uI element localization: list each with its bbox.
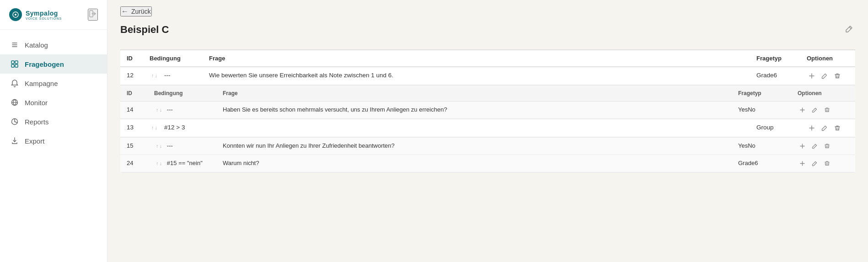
page-header: Beispiel C — [120, 23, 855, 42]
sidebar-item-kampagne[interactable]: Kampagne — [0, 74, 107, 93]
sidebar-nav: Katalog Fragebogen Kampagne — [0, 30, 107, 262]
sidebar-item-reports[interactable]: Reports — [0, 112, 107, 131]
edit-page-button[interactable] — [843, 23, 855, 37]
delete-button[interactable] — [832, 72, 842, 80]
logo-text: Sympalog VOICE SOLUTIONS — [26, 10, 62, 20]
sort-arrows[interactable]: ↑ ↓ — [151, 125, 157, 130]
table-row: 12 ↑ ↓ --- Wie bewerten Sie unsere Errei… — [120, 67, 855, 85]
sidebar-item-monitor[interactable]: Monitor — [0, 93, 107, 112]
row-condition: ↑ ↓ #12 > 3 — [143, 119, 203, 137]
delete-button[interactable] — [832, 124, 842, 132]
sub-table-header-row: ID Bedingung Frage Fragetyp Optionen — [120, 86, 855, 102]
edit-button[interactable] — [810, 160, 820, 167]
back-label: Zurück — [131, 8, 151, 15]
logo-icon — [9, 8, 22, 21]
sort-down[interactable]: ↓ — [160, 143, 162, 149]
sidebar-item-katalog-label: Katalog — [25, 41, 48, 49]
row-condition: ↑ ↓ --- — [143, 67, 203, 85]
sub-row-actions — [791, 102, 855, 119]
sort-up[interactable]: ↑ — [151, 73, 154, 78]
action-buttons — [798, 106, 849, 114]
back-button[interactable]: ← Zurück — [120, 6, 152, 16]
edit-button[interactable] — [820, 124, 830, 132]
sidebar: Sympalog VOICE SOLUTIONS Katalog — [0, 0, 107, 262]
logo-subtitle: VOICE SOLUTIONS — [26, 17, 62, 20]
edit-button[interactable] — [810, 142, 820, 150]
sort-down[interactable]: ↓ — [160, 107, 162, 112]
sort-arrows[interactable]: ↑ ↓ — [156, 143, 162, 149]
bell-icon — [10, 79, 19, 88]
row-question: Wie bewerten Sie unsere Erreichbarkeit a… — [203, 67, 750, 85]
sub-row-id: 14 — [120, 102, 148, 119]
table-row: 13 ↑ ↓ #12 > 3 Group — [120, 119, 855, 137]
svg-rect-7 — [11, 61, 14, 64]
svg-rect-8 — [15, 61, 18, 64]
sort-down[interactable]: ↓ — [160, 160, 162, 166]
delete-button[interactable] — [822, 142, 832, 150]
table-header-row: ID Bedingung Frage Fragetyp Optionen — [120, 50, 855, 67]
back-arrow-icon: ← — [121, 7, 129, 16]
svg-point-1 — [15, 14, 16, 16]
edit-button[interactable] — [820, 72, 830, 80]
sort-up[interactable]: ↑ — [156, 107, 159, 112]
logout-button[interactable] — [88, 9, 98, 21]
sort-down[interactable]: ↓ — [155, 73, 158, 78]
sidebar-item-export-label: Export — [25, 137, 44, 145]
delete-button[interactable] — [822, 160, 832, 167]
sidebar-item-katalog[interactable]: Katalog — [0, 35, 107, 54]
sub-row-condition: ↑ ↓ --- — [148, 138, 216, 155]
sort-arrows[interactable]: ↑ ↓ — [151, 73, 157, 78]
sort-up[interactable]: ↑ — [151, 125, 154, 130]
sort-down[interactable]: ↓ — [155, 125, 158, 130]
topbar: ← Zurück — [107, 0, 868, 23]
logo: Sympalog VOICE SOLUTIONS — [9, 8, 62, 21]
svg-rect-9 — [11, 64, 14, 67]
list-icon — [10, 40, 19, 49]
sub-row-actions — [791, 155, 855, 172]
sort-up[interactable]: ↑ — [156, 160, 159, 166]
add-button[interactable] — [798, 106, 807, 114]
grid-icon — [10, 59, 19, 69]
sub-row-type: Grade6 — [732, 155, 791, 172]
add-button[interactable] — [807, 72, 817, 80]
sort-arrows[interactable]: ↑ ↓ — [156, 160, 162, 166]
sub-col-header-id: ID — [120, 86, 148, 102]
col-header-type: Fragetyp — [750, 50, 800, 67]
col-header-id: ID — [120, 50, 143, 67]
sidebar-item-fragebogen[interactable]: Fragebogen — [0, 54, 107, 74]
add-button[interactable] — [798, 142, 807, 150]
monitor-icon — [10, 98, 19, 107]
sub-col-header-type: Fragetyp — [732, 86, 791, 102]
add-button[interactable] — [798, 160, 807, 167]
delete-button[interactable] — [822, 106, 832, 114]
sub-row-question: Konnten wir nun Ihr Anliegen zu Ihrer Zu… — [216, 138, 732, 155]
sub-table-row: ID Bedingung Frage Fragetyp Optionen — [120, 85, 855, 119]
edit-button[interactable] — [810, 106, 820, 114]
col-header-question: Frage — [203, 50, 750, 67]
sub-table-row: 24 ↑ ↓ — [120, 155, 855, 172]
sidebar-item-export[interactable]: Export — [0, 131, 107, 150]
row-actions — [800, 119, 855, 137]
main-content: ← Zurück Beispiel C ID Bedingung Frag — [107, 0, 868, 262]
sub-table-row: 14 ↑ ↓ — [120, 102, 855, 119]
svg-line-14 — [849, 27, 851, 29]
row-question — [203, 119, 750, 137]
sort-arrows[interactable]: ↑ ↓ — [156, 107, 162, 112]
sort-up[interactable]: ↑ — [156, 143, 159, 149]
svg-rect-10 — [15, 64, 18, 67]
action-buttons — [807, 124, 849, 132]
page-title: Beispiel C — [120, 24, 169, 36]
action-buttons — [807, 72, 849, 80]
sidebar-item-reports-label: Reports — [25, 118, 49, 126]
col-header-options: Optionen — [800, 50, 855, 67]
row-type: Grade6 — [750, 67, 800, 85]
export-icon — [10, 136, 19, 145]
sub-col-header-options: Optionen — [791, 86, 855, 102]
sub-row-condition: ↑ ↓ --- — [148, 102, 216, 119]
sub-table-wrapper: ID Bedingung Frage Fragetyp Optionen — [120, 85, 855, 119]
sub-row-question: Warum nicht? — [216, 155, 732, 172]
sub-col-header-condition: Bedingung — [148, 86, 216, 102]
main-table: ID Bedingung Frage Fragetyp Optionen 12 — [120, 50, 855, 173]
add-button[interactable] — [807, 124, 817, 132]
action-buttons — [798, 160, 849, 167]
